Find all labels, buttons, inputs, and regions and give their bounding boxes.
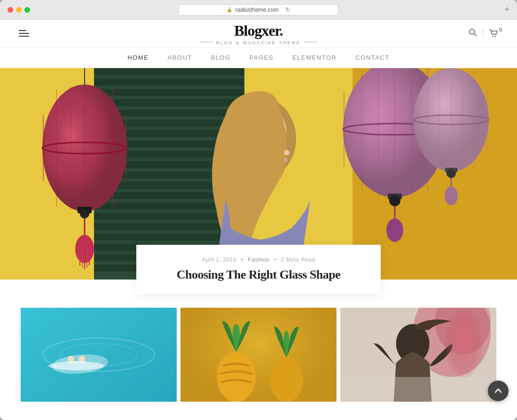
arrow-up-icon <box>494 386 503 396</box>
svg-point-89 <box>68 356 74 362</box>
svg-point-83 <box>445 187 458 205</box>
svg-point-90 <box>78 356 85 362</box>
address-bar[interactable]: 🔒 radiustheme.com ↻ <box>179 4 338 16</box>
meta-dot-1: • <box>241 257 243 263</box>
logo-line-left <box>199 42 213 42</box>
lock-icon: 🔒 <box>227 7 232 12</box>
hero-section: April 2, 2019 • Fashion • 2 Mins Read Ch… <box>0 68 517 280</box>
svg-point-94 <box>217 352 256 402</box>
svg-rect-100 <box>340 377 496 402</box>
nav-item-home[interactable]: HOME <box>127 54 149 61</box>
svg-rect-85 <box>21 308 177 402</box>
header-right: 0 <box>469 28 498 39</box>
grid-item-2[interactable] <box>180 308 337 402</box>
nav-item-pages[interactable]: PAGES <box>250 54 274 61</box>
post-date: April 2, 2019 <box>202 257 236 263</box>
svg-point-81 <box>446 169 456 178</box>
svg-point-67 <box>386 218 403 242</box>
svg-rect-7 <box>94 78 244 86</box>
scroll-to-top-button[interactable] <box>488 381 509 401</box>
nav-item-contact[interactable]: CONTACT <box>355 54 389 61</box>
meta-dot-2: • <box>274 257 276 263</box>
fullscreen-button[interactable] <box>24 7 30 13</box>
url-text: radiustheme.com <box>235 7 278 13</box>
cart-icon <box>489 29 498 38</box>
site-navigation: HOME ABOUT BLOG PAGES ELEMENTOR CONTACT <box>0 47 517 68</box>
website-content: Blogxer. BLOG & MAGAZINE THEME <box>0 20 517 420</box>
post-meta: April 2, 2019 • Fashion • 2 Mins Read <box>174 257 343 263</box>
minimize-button[interactable] <box>16 7 22 13</box>
traffic-lights <box>8 7 30 13</box>
svg-point-88 <box>48 361 104 370</box>
svg-rect-93 <box>180 308 337 402</box>
refresh-icon[interactable]: ↻ <box>285 6 290 13</box>
browser-window: 🔒 radiustheme.com ↻ + Blogxer. BLOG & MA… <box>0 0 517 420</box>
svg-point-51 <box>284 158 288 162</box>
svg-point-3 <box>495 36 496 37</box>
site-header: Blogxer. BLOG & MAGAZINE THEME <box>0 20 517 47</box>
svg-point-65 <box>389 195 400 206</box>
nav-item-about[interactable]: ABOUT <box>167 54 192 61</box>
post-title[interactable]: Choosing The Right Glass Shape <box>174 268 343 282</box>
nav-item-blog[interactable]: BLOG <box>211 54 231 61</box>
grid-image-2 <box>180 308 337 402</box>
grid-item-1[interactable] <box>21 308 177 402</box>
grid-image-1 <box>21 308 177 402</box>
header-divider <box>483 29 483 38</box>
svg-point-50 <box>284 150 290 156</box>
close-button[interactable] <box>8 7 13 13</box>
grid-image-3 <box>340 308 496 402</box>
grid-item-3[interactable] <box>340 308 496 402</box>
svg-point-0 <box>470 29 475 34</box>
hamburger-line-2 <box>19 33 29 34</box>
search-icon <box>469 28 477 37</box>
svg-rect-9 <box>94 99 244 106</box>
posts-grid <box>0 308 517 402</box>
cart-button[interactable]: 0 <box>489 29 498 38</box>
svg-point-95 <box>270 358 303 402</box>
svg-line-1 <box>474 34 477 36</box>
svg-point-40 <box>80 209 89 218</box>
browser-chrome: 🔒 radiustheme.com ↻ + <box>0 0 517 20</box>
logo-dividers: BLOG & MAGAZINE THEME <box>199 39 318 45</box>
logo-line-right <box>304 42 318 42</box>
search-button[interactable] <box>469 28 477 39</box>
logo-subtitle: BLOG & MAGAZINE THEME <box>216 40 301 45</box>
post-category[interactable]: Fashion <box>248 257 269 263</box>
site-logo[interactable]: Blogxer. BLOG & MAGAZINE THEME <box>199 22 318 45</box>
hamburger-line-3 <box>19 36 29 37</box>
logo-title: Blogxer. <box>199 22 318 39</box>
cart-count: 0 <box>499 27 502 32</box>
new-tab-button[interactable]: + <box>504 5 509 15</box>
svg-rect-6 <box>94 68 244 75</box>
hero-caption-card: April 2, 2019 • Fashion • 2 Mins Read Ch… <box>136 245 381 294</box>
svg-rect-8 <box>94 89 244 96</box>
nav-item-elementor[interactable]: ELEMENTOR <box>292 54 337 61</box>
svg-point-2 <box>493 36 494 37</box>
svg-rect-91 <box>68 361 85 362</box>
hamburger-line-1 <box>19 30 26 31</box>
hamburger-menu[interactable] <box>19 30 29 37</box>
post-read-time: 2 Mins Read <box>281 257 315 263</box>
